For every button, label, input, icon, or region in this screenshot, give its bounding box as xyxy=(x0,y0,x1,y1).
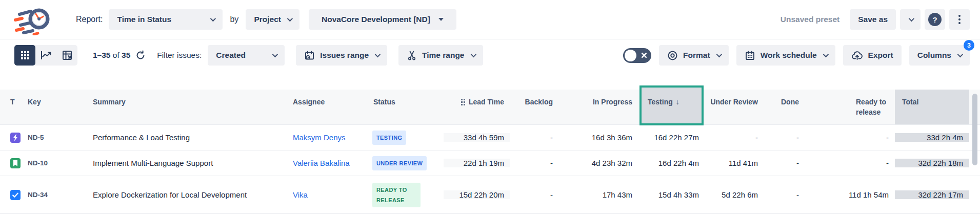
report-type-select[interactable]: Time in Status xyxy=(109,9,223,30)
backlog-cell: - xyxy=(510,159,559,167)
filter-issues-label: Filter issues: xyxy=(157,51,202,60)
assignee-cell: Maksym Denys xyxy=(287,133,369,142)
lead-time-cell: 22d 1h 19m xyxy=(444,159,510,167)
toolbar-right-group: Format Work schedule xyxy=(623,45,970,66)
view-switcher xyxy=(14,45,77,66)
story-icon xyxy=(0,158,26,168)
status-badge: UNDER REVIEW xyxy=(372,156,427,170)
testing-cell: 16d 22h 27m xyxy=(638,133,705,142)
report-type-value: Time in Status xyxy=(117,15,171,24)
assignee-cell: Vika xyxy=(287,190,369,199)
table-row: ND-34 Explore Dockerization for Local De… xyxy=(0,176,980,213)
chevron-down-icon xyxy=(375,52,381,57)
save-as-dropdown-button[interactable] xyxy=(900,9,921,30)
preset-status: Unsaved preset xyxy=(781,15,839,24)
table-row-partial xyxy=(0,213,980,216)
project-select[interactable]: NovaCore Development [ND] xyxy=(309,9,456,30)
backlog-cell: - xyxy=(510,190,559,199)
refresh-icon xyxy=(135,50,146,60)
columns-button[interactable]: Columns xyxy=(909,45,970,66)
help-button[interactable]: ? xyxy=(925,9,945,30)
filter-issues-select[interactable]: Created xyxy=(208,45,285,66)
column-header-key[interactable]: Key xyxy=(26,90,74,124)
column-header-in-progress[interactable]: In Progress xyxy=(559,90,638,124)
chevron-down-icon xyxy=(470,52,476,57)
format-target-icon xyxy=(667,50,678,61)
pivot-table-icon xyxy=(62,50,72,60)
chevron-down-icon xyxy=(287,16,293,21)
column-header-lead-time[interactable]: Lead Time xyxy=(444,90,510,124)
done-cell: - xyxy=(764,159,805,167)
column-header-done[interactable]: Done xyxy=(764,90,805,124)
kebab-menu-icon xyxy=(958,15,961,24)
chevron-down-icon xyxy=(909,16,914,21)
time-range-button[interactable]: Time range xyxy=(398,45,483,66)
total-cell: 32d 22h 17m xyxy=(895,190,969,199)
status-cell: READY TO RELEASE xyxy=(369,183,444,207)
top-bar: Report: Time in Status by Project NovaCo… xyxy=(0,0,980,39)
status-badge: TESTING xyxy=(372,131,406,145)
table-row: ND-10 Implement Multi-Language Support V… xyxy=(0,150,980,176)
ready-to-release-cell: - xyxy=(805,159,895,167)
done-cell: - xyxy=(764,190,805,199)
project-value: NovaCore Development [ND] xyxy=(322,15,430,24)
lead-time-cell: 15d 22h 20m xyxy=(444,190,510,199)
more-menu-button[interactable] xyxy=(949,9,970,30)
pagination: 1–35 of 35 xyxy=(93,51,130,60)
column-header-ready-to-release[interactable]: Ready to release xyxy=(805,90,895,124)
under-review-cell: 5d 22h 6m xyxy=(705,190,764,199)
triangle-down-icon xyxy=(438,18,444,21)
assignee-link[interactable]: Maksym Denys xyxy=(293,133,346,142)
filter-issues-value: Created xyxy=(216,51,246,60)
column-header-total[interactable]: Total xyxy=(895,90,969,124)
by-label: by xyxy=(230,15,238,24)
column-header-summary[interactable]: Summary xyxy=(74,90,287,124)
done-cell: - xyxy=(764,133,805,142)
column-header-type[interactable]: T xyxy=(0,90,26,124)
sort-desc-icon: ↓ xyxy=(676,98,679,106)
chevron-down-icon xyxy=(716,52,722,57)
backlog-cell: - xyxy=(510,133,559,142)
epic-icon xyxy=(0,133,26,143)
app-logo-icon xyxy=(12,4,56,35)
column-header-assignee[interactable]: Assignee xyxy=(287,90,369,124)
column-header-testing-sorted[interactable]: Testing↓ xyxy=(638,90,705,124)
cloud-export-icon xyxy=(851,50,863,61)
task-icon xyxy=(0,190,26,200)
issues-range-button[interactable]: Issues range xyxy=(296,45,387,66)
issue-summary: Implement Multi-Language Support xyxy=(74,159,287,167)
chart-icon xyxy=(41,50,52,60)
save-as-button[interactable]: Save as xyxy=(850,9,896,30)
column-header-status[interactable]: Status xyxy=(369,90,444,124)
help-icon: ? xyxy=(928,13,942,26)
in-progress-cell: 4d 23h 32m xyxy=(559,159,638,167)
testing-cell: 15d 4h 33m xyxy=(638,190,705,199)
status-cell: UNDER REVIEW xyxy=(369,156,444,170)
format-button[interactable]: Format xyxy=(659,45,729,66)
group-by-select[interactable]: Project xyxy=(246,9,299,30)
export-button[interactable]: Export xyxy=(843,45,902,66)
toggle-switch[interactable] xyxy=(623,48,651,63)
view-pivot-button[interactable] xyxy=(56,45,77,66)
table-row: ND-5 Performance & Load Testing Maksym D… xyxy=(0,124,980,150)
chevron-down-icon xyxy=(957,52,963,57)
toggle-x-icon xyxy=(641,52,647,58)
time-in-status-table: T Key Summary Assignee Status Lead Time … xyxy=(0,90,980,216)
lead-time-cell: 33d 4h 59m xyxy=(444,133,510,142)
column-header-under-review[interactable]: Under Review xyxy=(705,90,764,124)
status-badge: READY TO RELEASE xyxy=(372,183,421,207)
columns-count-badge: 3 xyxy=(964,40,974,51)
assignee-link[interactable]: Vika xyxy=(293,190,308,199)
refresh-button[interactable] xyxy=(135,50,146,60)
in-progress-cell: 17h 43m xyxy=(559,190,638,199)
view-chart-button[interactable] xyxy=(35,45,56,66)
drag-handle-icon xyxy=(461,99,465,105)
vertical-scrollbar[interactable] xyxy=(972,94,977,165)
issue-summary: Explore Dockerization for Local Developm… xyxy=(74,190,287,199)
issue-summary: Performance & Load Testing xyxy=(74,133,287,142)
column-header-backlog[interactable]: Backlog xyxy=(510,90,559,124)
calendar-icon xyxy=(745,50,755,61)
work-schedule-button[interactable]: Work schedule xyxy=(736,45,835,66)
view-table-button[interactable] xyxy=(14,45,35,66)
assignee-link[interactable]: Valeriia Bakalina xyxy=(293,159,350,167)
